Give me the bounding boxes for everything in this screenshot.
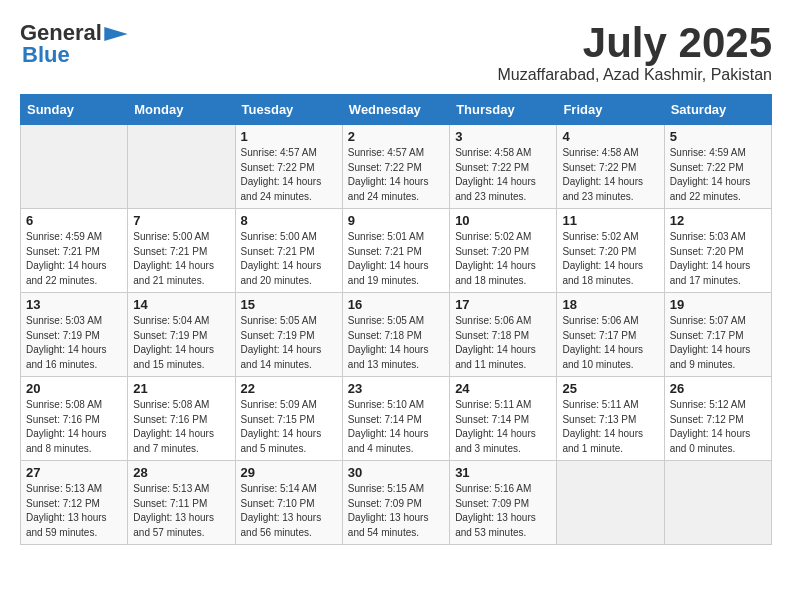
calendar-cell: 7Sunrise: 5:00 AM Sunset: 7:21 PM Daylig…: [128, 209, 235, 293]
weekday-header-monday: Monday: [128, 95, 235, 125]
cell-content: Sunrise: 5:14 AM Sunset: 7:10 PM Dayligh…: [241, 482, 337, 540]
calendar-cell: 17Sunrise: 5:06 AM Sunset: 7:18 PM Dayli…: [450, 293, 557, 377]
day-number: 10: [455, 213, 551, 228]
cell-content: Sunrise: 5:11 AM Sunset: 7:13 PM Dayligh…: [562, 398, 658, 456]
cell-content: Sunrise: 5:08 AM Sunset: 7:16 PM Dayligh…: [133, 398, 229, 456]
day-number: 4: [562, 129, 658, 144]
cell-content: Sunrise: 5:11 AM Sunset: 7:14 PM Dayligh…: [455, 398, 551, 456]
cell-content: Sunrise: 5:15 AM Sunset: 7:09 PM Dayligh…: [348, 482, 444, 540]
day-number: 31: [455, 465, 551, 480]
cell-content: Sunrise: 5:13 AM Sunset: 7:11 PM Dayligh…: [133, 482, 229, 540]
cell-content: Sunrise: 4:57 AM Sunset: 7:22 PM Dayligh…: [348, 146, 444, 204]
calendar-cell: 25Sunrise: 5:11 AM Sunset: 7:13 PM Dayli…: [557, 377, 664, 461]
calendar-cell: [557, 461, 664, 545]
calendar-cell: 3Sunrise: 4:58 AM Sunset: 7:22 PM Daylig…: [450, 125, 557, 209]
calendar-cell: 20Sunrise: 5:08 AM Sunset: 7:16 PM Dayli…: [21, 377, 128, 461]
cell-content: Sunrise: 5:00 AM Sunset: 7:21 PM Dayligh…: [133, 230, 229, 288]
calendar-cell: [664, 461, 771, 545]
day-number: 5: [670, 129, 766, 144]
title-section: July 2025 Muzaffarabad, Azad Kashmir, Pa…: [497, 20, 772, 84]
cell-content: Sunrise: 5:04 AM Sunset: 7:19 PM Dayligh…: [133, 314, 229, 372]
day-number: 3: [455, 129, 551, 144]
calendar-cell: 13Sunrise: 5:03 AM Sunset: 7:19 PM Dayli…: [21, 293, 128, 377]
logo: General Blue: [20, 20, 128, 68]
calendar-cell: 9Sunrise: 5:01 AM Sunset: 7:21 PM Daylig…: [342, 209, 449, 293]
weekday-header-row: SundayMondayTuesdayWednesdayThursdayFrid…: [21, 95, 772, 125]
calendar-cell: 18Sunrise: 5:06 AM Sunset: 7:17 PM Dayli…: [557, 293, 664, 377]
day-number: 30: [348, 465, 444, 480]
day-number: 23: [348, 381, 444, 396]
cell-content: Sunrise: 5:12 AM Sunset: 7:12 PM Dayligh…: [670, 398, 766, 456]
calendar-cell: 23Sunrise: 5:10 AM Sunset: 7:14 PM Dayli…: [342, 377, 449, 461]
day-number: 25: [562, 381, 658, 396]
cell-content: Sunrise: 5:08 AM Sunset: 7:16 PM Dayligh…: [26, 398, 122, 456]
calendar-cell: 5Sunrise: 4:59 AM Sunset: 7:22 PM Daylig…: [664, 125, 771, 209]
day-number: 19: [670, 297, 766, 312]
day-number: 6: [26, 213, 122, 228]
day-number: 24: [455, 381, 551, 396]
cell-content: Sunrise: 5:06 AM Sunset: 7:18 PM Dayligh…: [455, 314, 551, 372]
cell-content: Sunrise: 5:09 AM Sunset: 7:15 PM Dayligh…: [241, 398, 337, 456]
calendar-cell: 16Sunrise: 5:05 AM Sunset: 7:18 PM Dayli…: [342, 293, 449, 377]
day-number: 18: [562, 297, 658, 312]
weekday-header-friday: Friday: [557, 95, 664, 125]
calendar-cell: 15Sunrise: 5:05 AM Sunset: 7:19 PM Dayli…: [235, 293, 342, 377]
logo-icon: [104, 27, 128, 41]
calendar-cell: 26Sunrise: 5:12 AM Sunset: 7:12 PM Dayli…: [664, 377, 771, 461]
calendar-cell: 22Sunrise: 5:09 AM Sunset: 7:15 PM Dayli…: [235, 377, 342, 461]
calendar-cell: 19Sunrise: 5:07 AM Sunset: 7:17 PM Dayli…: [664, 293, 771, 377]
calendar-cell: 2Sunrise: 4:57 AM Sunset: 7:22 PM Daylig…: [342, 125, 449, 209]
cell-content: Sunrise: 5:03 AM Sunset: 7:19 PM Dayligh…: [26, 314, 122, 372]
day-number: 26: [670, 381, 766, 396]
calendar-week-4: 20Sunrise: 5:08 AM Sunset: 7:16 PM Dayli…: [21, 377, 772, 461]
cell-content: Sunrise: 5:03 AM Sunset: 7:20 PM Dayligh…: [670, 230, 766, 288]
cell-content: Sunrise: 5:00 AM Sunset: 7:21 PM Dayligh…: [241, 230, 337, 288]
day-number: 21: [133, 381, 229, 396]
day-number: 1: [241, 129, 337, 144]
weekday-header-wednesday: Wednesday: [342, 95, 449, 125]
calendar-cell: [128, 125, 235, 209]
day-number: 13: [26, 297, 122, 312]
cell-content: Sunrise: 5:02 AM Sunset: 7:20 PM Dayligh…: [562, 230, 658, 288]
calendar-week-1: 1Sunrise: 4:57 AM Sunset: 7:22 PM Daylig…: [21, 125, 772, 209]
calendar-cell: 4Sunrise: 4:58 AM Sunset: 7:22 PM Daylig…: [557, 125, 664, 209]
calendar-week-3: 13Sunrise: 5:03 AM Sunset: 7:19 PM Dayli…: [21, 293, 772, 377]
calendar-cell: 1Sunrise: 4:57 AM Sunset: 7:22 PM Daylig…: [235, 125, 342, 209]
cell-content: Sunrise: 4:59 AM Sunset: 7:21 PM Dayligh…: [26, 230, 122, 288]
logo-blue-text: Blue: [22, 42, 70, 67]
calendar-cell: 29Sunrise: 5:14 AM Sunset: 7:10 PM Dayli…: [235, 461, 342, 545]
calendar-cell: 30Sunrise: 5:15 AM Sunset: 7:09 PM Dayli…: [342, 461, 449, 545]
weekday-header-sunday: Sunday: [21, 95, 128, 125]
calendar-cell: 31Sunrise: 5:16 AM Sunset: 7:09 PM Dayli…: [450, 461, 557, 545]
calendar-table: SundayMondayTuesdayWednesdayThursdayFrid…: [20, 94, 772, 545]
day-number: 29: [241, 465, 337, 480]
cell-content: Sunrise: 4:57 AM Sunset: 7:22 PM Dayligh…: [241, 146, 337, 204]
page-header: General Blue July 2025 Muzaffarabad, Aza…: [20, 20, 772, 84]
calendar-cell: 21Sunrise: 5:08 AM Sunset: 7:16 PM Dayli…: [128, 377, 235, 461]
weekday-header-tuesday: Tuesday: [235, 95, 342, 125]
cell-content: Sunrise: 4:59 AM Sunset: 7:22 PM Dayligh…: [670, 146, 766, 204]
calendar-week-2: 6Sunrise: 4:59 AM Sunset: 7:21 PM Daylig…: [21, 209, 772, 293]
cell-content: Sunrise: 4:58 AM Sunset: 7:22 PM Dayligh…: [562, 146, 658, 204]
cell-content: Sunrise: 5:01 AM Sunset: 7:21 PM Dayligh…: [348, 230, 444, 288]
calendar-cell: 11Sunrise: 5:02 AM Sunset: 7:20 PM Dayli…: [557, 209, 664, 293]
calendar-cell: 8Sunrise: 5:00 AM Sunset: 7:21 PM Daylig…: [235, 209, 342, 293]
day-number: 20: [26, 381, 122, 396]
day-number: 15: [241, 297, 337, 312]
day-number: 11: [562, 213, 658, 228]
day-number: 14: [133, 297, 229, 312]
day-number: 17: [455, 297, 551, 312]
cell-content: Sunrise: 5:10 AM Sunset: 7:14 PM Dayligh…: [348, 398, 444, 456]
calendar-week-5: 27Sunrise: 5:13 AM Sunset: 7:12 PM Dayli…: [21, 461, 772, 545]
cell-content: Sunrise: 5:05 AM Sunset: 7:19 PM Dayligh…: [241, 314, 337, 372]
day-number: 8: [241, 213, 337, 228]
cell-content: Sunrise: 5:07 AM Sunset: 7:17 PM Dayligh…: [670, 314, 766, 372]
day-number: 9: [348, 213, 444, 228]
cell-content: Sunrise: 5:06 AM Sunset: 7:17 PM Dayligh…: [562, 314, 658, 372]
day-number: 2: [348, 129, 444, 144]
svg-marker-0: [104, 27, 127, 41]
location: Muzaffarabad, Azad Kashmir, Pakistan: [497, 66, 772, 84]
calendar-cell: 24Sunrise: 5:11 AM Sunset: 7:14 PM Dayli…: [450, 377, 557, 461]
weekday-header-saturday: Saturday: [664, 95, 771, 125]
day-number: 28: [133, 465, 229, 480]
